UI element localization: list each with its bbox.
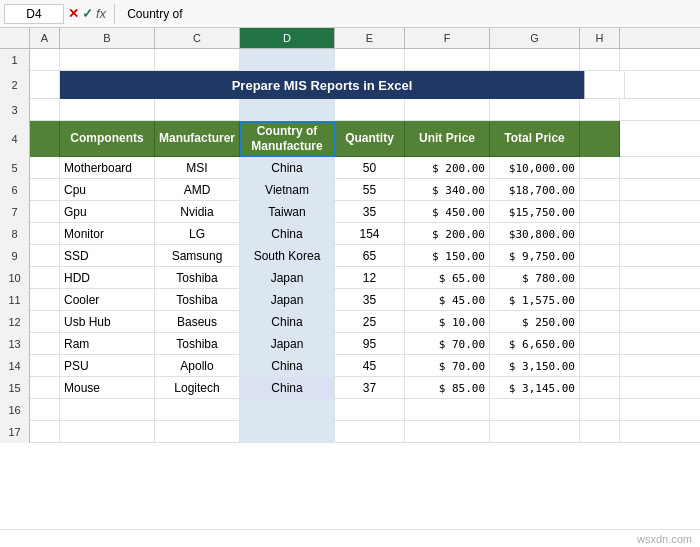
cell-c17[interactable] (155, 421, 240, 443)
cell-h12[interactable] (580, 311, 620, 333)
cell-quantity-15[interactable]: 37 (335, 377, 405, 399)
cell-a1[interactable] (30, 49, 60, 71)
cell-country-12[interactable]: China (240, 311, 335, 333)
col-header-d[interactable]: D (240, 28, 335, 48)
cell-f3[interactable] (405, 99, 490, 121)
cell-totalprice-8[interactable]: $30,800.00 (490, 223, 580, 245)
cell-g16[interactable] (490, 399, 580, 421)
cell-component-6[interactable]: Cpu (60, 179, 155, 201)
cell-component-8[interactable]: Monitor (60, 223, 155, 245)
cell-e1[interactable] (335, 49, 405, 71)
cell-quantity-7[interactable]: 35 (335, 201, 405, 223)
cell-totalprice-14[interactable]: $ 3,150.00 (490, 355, 580, 377)
cell-b16[interactable] (60, 399, 155, 421)
cell-manufacturer-11[interactable]: Toshiba (155, 289, 240, 311)
cell-totalprice-12[interactable]: $ 250.00 (490, 311, 580, 333)
cell-country-15[interactable]: China (240, 377, 335, 399)
cell-totalprice-5[interactable]: $10,000.00 (490, 157, 580, 179)
cell-e16[interactable] (335, 399, 405, 421)
cell-a2[interactable] (30, 71, 60, 99)
cell-country-11[interactable]: Japan (240, 289, 335, 311)
cell-unitprice-15[interactable]: $ 85.00 (405, 377, 490, 399)
cell-unitprice-6[interactable]: $ 340.00 (405, 179, 490, 201)
cell-quantity-5[interactable]: 50 (335, 157, 405, 179)
cell-a17[interactable] (30, 421, 60, 443)
cell-unitprice-9[interactable]: $ 150.00 (405, 245, 490, 267)
cell-totalprice-10[interactable]: $ 780.00 (490, 267, 580, 289)
cell-country-9[interactable]: South Korea (240, 245, 335, 267)
fx-icon[interactable]: fx (96, 6, 106, 21)
cell-manufacturer-10[interactable]: Toshiba (155, 267, 240, 289)
cell-d3[interactable] (240, 99, 335, 121)
cell-a15[interactable] (30, 377, 60, 399)
cell-component-15[interactable]: Mouse (60, 377, 155, 399)
cell-a14[interactable] (30, 355, 60, 377)
col-header-c[interactable]: C (155, 28, 240, 48)
cell-component-10[interactable]: HDD (60, 267, 155, 289)
cell-quantity-14[interactable]: 45 (335, 355, 405, 377)
cell-a12[interactable] (30, 311, 60, 333)
confirm-icon[interactable]: ✓ (82, 6, 93, 21)
cell-h8[interactable] (580, 223, 620, 245)
cell-h2[interactable] (585, 71, 625, 99)
cell-h14[interactable] (580, 355, 620, 377)
col-header-g[interactable]: G (490, 28, 580, 48)
cell-component-14[interactable]: PSU (60, 355, 155, 377)
cell-a6[interactable] (30, 179, 60, 201)
col-header-h[interactable]: H (580, 28, 620, 48)
cell-e17[interactable] (335, 421, 405, 443)
cell-a4[interactable] (30, 121, 60, 157)
col-header-a[interactable]: A (30, 28, 60, 48)
cell-component-9[interactable]: SSD (60, 245, 155, 267)
cell-unitprice-12[interactable]: $ 10.00 (405, 311, 490, 333)
cell-quantity-6[interactable]: 55 (335, 179, 405, 201)
cell-reference-box[interactable]: D4 (4, 4, 64, 24)
cell-a13[interactable] (30, 333, 60, 355)
cell-d1[interactable] (240, 49, 335, 71)
cell-quantity-8[interactable]: 154 (335, 223, 405, 245)
cell-totalprice-13[interactable]: $ 6,650.00 (490, 333, 580, 355)
cell-manufacturer-12[interactable]: Baseus (155, 311, 240, 333)
cell-h11[interactable] (580, 289, 620, 311)
cell-a5[interactable] (30, 157, 60, 179)
cell-h7[interactable] (580, 201, 620, 223)
cell-f16[interactable] (405, 399, 490, 421)
cell-d17[interactable] (240, 421, 335, 443)
cell-unitprice-13[interactable]: $ 70.00 (405, 333, 490, 355)
cell-component-12[interactable]: Usb Hub (60, 311, 155, 333)
col-header-e[interactable]: E (335, 28, 405, 48)
cell-g1[interactable] (490, 49, 580, 71)
cell-manufacturer-8[interactable]: LG (155, 223, 240, 245)
cell-h13[interactable] (580, 333, 620, 355)
cell-a11[interactable] (30, 289, 60, 311)
cell-component-13[interactable]: Ram (60, 333, 155, 355)
cell-manufacturer-7[interactable]: Nvidia (155, 201, 240, 223)
cell-unitprice-14[interactable]: $ 70.00 (405, 355, 490, 377)
cell-h16[interactable] (580, 399, 620, 421)
cell-quantity-12[interactable]: 25 (335, 311, 405, 333)
cell-h4[interactable] (580, 121, 620, 157)
cell-unitprice-5[interactable]: $ 200.00 (405, 157, 490, 179)
formula-content[interactable]: Country of (123, 5, 696, 23)
cell-a7[interactable] (30, 201, 60, 223)
cell-component-11[interactable]: Cooler (60, 289, 155, 311)
cell-totalprice-11[interactable]: $ 1,575.00 (490, 289, 580, 311)
cell-d16[interactable] (240, 399, 335, 421)
cell-quantity-9[interactable]: 65 (335, 245, 405, 267)
cell-unitprice-10[interactable]: $ 65.00 (405, 267, 490, 289)
cell-unitprice-7[interactable]: $ 450.00 (405, 201, 490, 223)
cell-e3[interactable] (335, 99, 405, 121)
cell-h3[interactable] (580, 99, 620, 121)
cell-totalprice-7[interactable]: $15,750.00 (490, 201, 580, 223)
cell-totalprice-9[interactable]: $ 9,750.00 (490, 245, 580, 267)
cancel-icon[interactable]: ✕ (68, 6, 79, 21)
cell-component-5[interactable]: Motherboard (60, 157, 155, 179)
cell-country-7[interactable]: Taiwan (240, 201, 335, 223)
cell-totalprice-15[interactable]: $ 3,145.00 (490, 377, 580, 399)
cell-a3[interactable] (30, 99, 60, 121)
col-header-b[interactable]: B (60, 28, 155, 48)
cell-country-10[interactable]: Japan (240, 267, 335, 289)
cell-h17[interactable] (580, 421, 620, 443)
cell-manufacturer-5[interactable]: MSI (155, 157, 240, 179)
cell-manufacturer-15[interactable]: Logitech (155, 377, 240, 399)
